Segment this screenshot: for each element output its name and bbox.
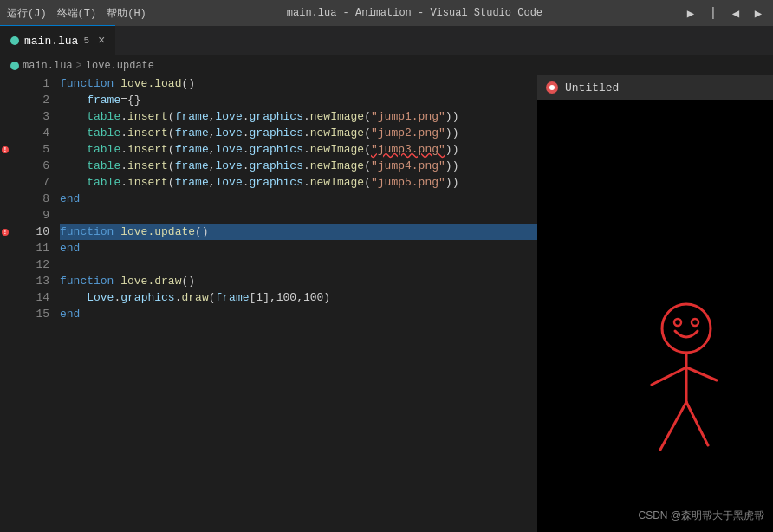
line-num-5: 5 [26, 141, 56, 158]
nav-back-button[interactable]: ◀ [728, 5, 744, 21]
code-line-15: end [60, 306, 537, 322]
breadcrumb-file[interactable]: main.lua [23, 60, 73, 72]
line-num-3: 3 [26, 108, 56, 125]
kw-function-2: function [60, 224, 120, 240]
editor-area: ! ! 1 2 3 4 5 [0, 75, 537, 532]
svg-line-4 [652, 367, 686, 385]
code-line-9 [60, 207, 537, 224]
gutter-6 [0, 158, 26, 174]
code-line-14: Love.graphics.draw(frame[1],100,100) [60, 289, 537, 306]
tab-label: main.lua [24, 35, 78, 48]
line-num-15: 15 [26, 306, 56, 322]
gutter-5: ! [0, 141, 26, 158]
svg-line-6 [660, 402, 686, 450]
window-controls: ▶ | ◀ ▶ [683, 5, 766, 21]
gutter-9 [0, 207, 26, 224]
line-num-14: 14 [26, 289, 56, 306]
breadcrumb-separator: > [76, 60, 82, 72]
gutter-3 [0, 108, 26, 125]
main-area: ! ! 1 2 3 4 5 [0, 75, 773, 532]
code-line-1: function love.load() [60, 75, 537, 92]
code-line-5: table.insert(frame,love.graphics.newImag… [60, 141, 537, 158]
gutter-1 [0, 75, 26, 92]
line-num-6: 6 [26, 158, 56, 174]
error-indicator-10: ! [2, 229, 9, 236]
gutter-2 [0, 92, 26, 108]
code-line-6: table.insert(frame,love.graphics.newImag… [60, 158, 537, 174]
error-gutter: ! ! [0, 75, 26, 532]
split-button[interactable]: | [705, 5, 721, 21]
line-num-10: 10 [26, 224, 56, 240]
preview-window-icon [546, 81, 558, 94]
code-line-2: frame={} [60, 92, 537, 108]
menu-bar: 运行(J) 终端(T) 帮助(H) [7, 6, 146, 21]
code-line-11: end [60, 240, 537, 256]
preview-panel: Untitled [537, 75, 773, 532]
code-line-3: table.insert(frame,love.graphics.newImag… [60, 108, 537, 125]
gutter-10: ! [0, 224, 26, 240]
code-line-7: table.insert(frame,love.graphics.newImag… [60, 174, 537, 191]
menu-help[interactable]: 帮助(H) [107, 6, 146, 21]
code-line-4: table.insert(frame,love.graphics.newImag… [60, 125, 537, 141]
tab-bar: main.lua 5 × [0, 26, 773, 56]
code-content[interactable]: function love.load() frame={} table.inse… [56, 75, 537, 532]
stick-figure [634, 298, 738, 471]
preview-title: Untitled [565, 81, 619, 94]
watermark: CSDN @森明帮大于黑虎帮 [638, 509, 764, 523]
gutter-14 [0, 289, 26, 306]
svg-point-2 [692, 319, 698, 326]
line-numbers: 1 2 3 4 5 6 7 8 9 10 11 12 13 14 15 [26, 75, 56, 532]
svg-point-1 [674, 319, 681, 326]
line-num-8: 8 [26, 191, 56, 207]
line-num-4: 4 [26, 125, 56, 141]
breadcrumb-symbol[interactable]: love.update [86, 60, 154, 72]
tab-main-lua[interactable]: main.lua 5 × [0, 25, 115, 55]
svg-line-7 [686, 402, 708, 445]
gutter-7 [0, 174, 26, 191]
line-num-12: 12 [26, 256, 56, 273]
code-line-13: function love.draw() [60, 273, 537, 289]
preview-dot-inner [549, 85, 555, 90]
kw-function: function [60, 75, 120, 92]
code-line-10: function love.update() [60, 224, 537, 240]
code-line-8: end [60, 191, 537, 207]
editor-content[interactable]: ! ! 1 2 3 4 5 [0, 75, 537, 532]
tab-file-icon [10, 36, 19, 45]
line-num-7: 7 [26, 174, 56, 191]
svg-point-0 [662, 304, 711, 353]
breadcrumb-file-icon [10, 62, 19, 70]
gutter-15 [0, 306, 26, 322]
line-num-13: 13 [26, 273, 56, 289]
line-num-9: 9 [26, 207, 56, 224]
gutter-12 [0, 256, 26, 273]
preview-title-bar: Untitled [537, 75, 773, 100]
line-num-1: 1 [26, 75, 56, 92]
gutter-4 [0, 125, 26, 141]
fn-love-load: love.load [120, 75, 181, 92]
nav-forward-button[interactable]: ▶ [750, 5, 766, 21]
error-indicator-5: ! [2, 146, 9, 153]
run-button[interactable]: ▶ [683, 5, 698, 21]
breadcrumb: main.lua > love.update [0, 56, 773, 75]
gutter-13 [0, 273, 26, 289]
code-line-12 [60, 256, 537, 273]
window-title: main.lua - Animation - Visual Studio Cod… [146, 7, 683, 19]
line-num-11: 11 [26, 240, 56, 256]
svg-line-5 [686, 367, 717, 380]
tab-badge: 5 [83, 36, 89, 46]
gutter-11 [0, 240, 26, 256]
tab-close-button[interactable]: × [98, 34, 105, 48]
title-bar: 运行(J) 终端(T) 帮助(H) main.lua - Animation -… [0, 0, 773, 26]
line-num-2: 2 [26, 92, 56, 108]
preview-canvas: CSDN @森明帮大于黑虎帮 [537, 100, 773, 532]
gutter-8 [0, 191, 26, 207]
menu-terminal[interactable]: 终端(T) [57, 6, 97, 21]
menu-run[interactable]: 运行(J) [7, 6, 47, 21]
